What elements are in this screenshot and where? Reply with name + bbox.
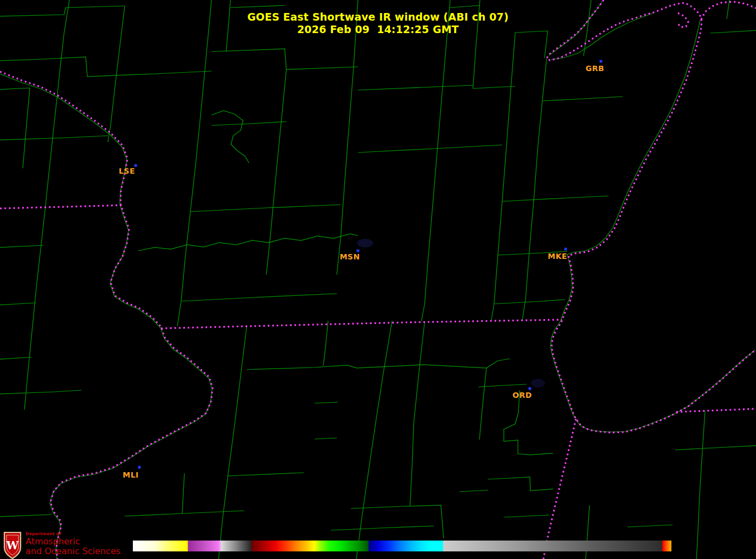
county-boundary-line — [473, 86, 515, 88]
county-boundary-line — [504, 390, 553, 455]
county-boundary-line — [522, 145, 538, 320]
station-dot-MKE — [565, 248, 567, 251]
county-boundary-line — [542, 97, 623, 101]
county-boundary-line — [356, 321, 392, 559]
county-boundary-line — [478, 384, 527, 387]
logo-dept-line: Department of — [25, 532, 120, 536]
county-boundary-line — [358, 85, 473, 90]
county-boundary-line — [479, 368, 486, 440]
station-label-MSN: MSN — [339, 252, 360, 261]
county-boundary-line — [351, 505, 444, 538]
satellite-image-viewer: GRBLSEMSNMKEORDMLI GOES East Shortwave I… — [0, 0, 756, 559]
county-boundary-line — [410, 322, 425, 506]
state-border-line — [161, 320, 562, 328]
county-boundary-line — [212, 122, 286, 125]
county-boundary-line — [421, 0, 450, 321]
image-title-line1: GOES East Shortwave IR window (ABI ch 07… — [0, 11, 756, 23]
image-title: GOES East Shortwave IR window (ABI ch 07… — [0, 11, 756, 36]
county-boundary-line — [181, 294, 337, 301]
county-boundary-line — [266, 69, 286, 275]
county-boundary-line — [0, 473, 304, 517]
station-dot-MSN — [357, 250, 360, 252]
station-label-ORD: ORD — [512, 391, 532, 399]
county-boundary-line — [491, 33, 515, 320]
county-boundary-line — [0, 205, 81, 410]
state-border-line — [543, 419, 576, 559]
logo-name-line1: Atmospheric — [25, 537, 120, 546]
county-boundary-line — [212, 49, 358, 69]
county-boundary-line — [0, 74, 212, 559]
county-boundary-line — [230, 5, 285, 8]
state-border-line — [0, 72, 213, 559]
county-boundary-line — [212, 111, 249, 163]
station-dot-GRB — [600, 60, 603, 63]
county-boundary-line — [675, 411, 756, 559]
county-boundary-line — [219, 326, 247, 559]
ir-imagery-blob — [531, 379, 545, 388]
station-label-GRB: GRB — [586, 64, 604, 73]
station-label-LSE: LSE — [119, 167, 135, 175]
county-boundary-line — [190, 205, 341, 212]
county-boundary-line — [0, 88, 30, 168]
county-boundary-line — [138, 234, 358, 251]
county-boundary-line — [550, 21, 755, 432]
county-boundary-line — [450, 5, 480, 8]
county-boundary-line — [0, 57, 212, 77]
station-label-MLI: MLI — [123, 471, 139, 479]
logo-text: Department of Atmospheric and Oceanic Sc… — [25, 532, 120, 556]
county-boundary-line — [488, 477, 553, 491]
uw-crest-icon: W — [3, 531, 22, 559]
temperature-colorbar — [133, 541, 671, 551]
county-boundary-line — [358, 145, 502, 153]
map-overlay: GRBLSEMSNMKEORDMLI — [0, 0, 756, 559]
station-dot-ORD — [529, 388, 531, 390]
ir-imagery-blob — [357, 239, 373, 247]
county-boundary-line — [247, 359, 510, 370]
county-boundary-line — [315, 402, 338, 439]
crest-monogram: W — [6, 539, 19, 552]
uw-aos-logo: W Department of Atmospheric and Oceanic … — [3, 531, 127, 558]
county-boundary-line — [0, 136, 108, 140]
county-boundary-line — [459, 490, 488, 492]
station-label-MKE: MKE — [548, 252, 567, 261]
state-border-line — [676, 409, 756, 412]
county-boundary-line — [494, 300, 565, 304]
county-boundary-line — [331, 526, 434, 530]
county-boundary-line — [177, 0, 212, 326]
county-boundary-line — [502, 196, 608, 201]
county-boundary-line — [538, 58, 547, 145]
county-boundary-line — [323, 321, 328, 366]
image-title-line2: 2026 Feb 09 14:12:25 GMT — [0, 23, 756, 36]
station-dot-MLI — [138, 466, 141, 469]
logo-name-line2: and Oceanic Sciences — [25, 547, 120, 556]
state-border-line — [0, 205, 124, 208]
county-boundary-line — [337, 0, 358, 275]
state-border-line — [547, 0, 702, 433]
